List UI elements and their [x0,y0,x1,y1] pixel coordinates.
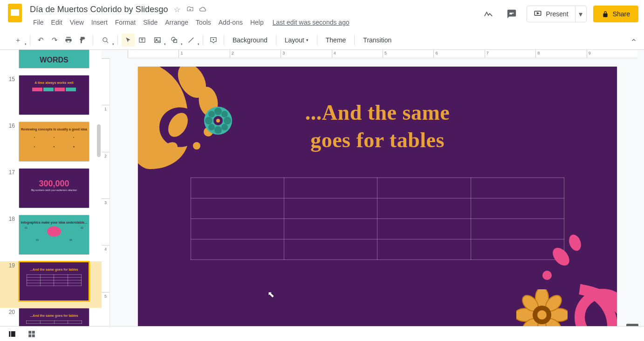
slide-number: 18 [4,215,15,222]
decoration-flower-teal [203,106,233,136]
activity-icon[interactable] [480,6,497,22]
slide-table[interactable] [191,177,564,260]
last-edit-link[interactable]: Last edit was seconds ago [273,19,349,26]
filmstrip-view-icon[interactable] [7,329,17,339]
svg-point-18 [205,117,212,124]
menu-insert[interactable]: Insert [88,17,111,28]
svg-point-28 [567,233,583,252]
shape-tool[interactable]: ▾ [166,34,182,47]
current-slide[interactable]: ...And the same goes for tables [138,67,617,336]
slide-number: 16 [4,122,15,129]
document-title[interactable]: Día de Muertos Colorido by Slidesgo [30,5,168,14]
star-icon[interactable]: ☆ [173,5,181,14]
svg-point-29 [542,271,552,280]
slide-thumbnail[interactable]: Infographics make your idea understable.… [19,215,89,255]
svg-rect-44 [28,334,31,337]
line-tool[interactable]: ▾ [183,34,199,47]
comment-insert-button[interactable] [207,34,220,47]
menu-tools[interactable]: Tools [192,17,214,28]
menu-file[interactable]: File [30,17,47,28]
present-dropdown[interactable]: ▾ [575,6,586,22]
present-button[interactable]: Present ▾ [527,6,586,22]
paint-format-button[interactable] [76,34,89,47]
new-slide-button[interactable]: ＋▾ [9,34,26,47]
slide-thumbnail[interactable]: 300,000 Big numbers catch your audience'… [19,168,89,208]
slide-thumbnail[interactable]: ...And the same goes for tables [19,261,89,301]
slides-app-icon[interactable] [6,4,24,22]
svg-point-21 [221,111,228,117]
background-button[interactable]: Background [228,34,272,47]
comment-icon[interactable] [503,6,520,22]
svg-rect-40 [9,331,10,337]
menu-format[interactable]: Format [112,17,139,28]
toolbar: ＋▾ ↶ ↷ ▾ ▾ ▾ ▾ Background Layout ▾ Theme… [0,31,644,49]
status-bar [0,326,644,341]
present-icon [534,10,542,18]
vertical-ruler: 12345 [102,58,110,339]
cloud-status-icon[interactable] [199,5,207,14]
undo-button[interactable]: ↶ [34,34,47,47]
layout-button[interactable]: Layout ▾ [280,34,313,47]
svg-point-9 [172,67,212,103]
svg-rect-5 [155,38,160,43]
svg-rect-41 [11,331,15,337]
menu-help[interactable]: Help [247,17,267,28]
lock-icon [602,10,609,18]
slide-thumbnail[interactable]: WORDS [19,50,89,68]
slide-thumbnail[interactable]: Reviewing concepts is usually a good ide… [19,122,89,162]
share-label: Share [613,10,630,18]
svg-point-23 [221,124,228,130]
theme-button[interactable]: Theme [321,34,351,47]
menu-slide[interactable]: Slide [140,17,161,28]
menu-edit[interactable]: Edit [48,17,66,28]
present-label: Present [546,10,568,18]
slide-thumbnail[interactable]: A time always works well [19,75,89,115]
slide-canvas[interactable]: 123456789 12345 [102,50,644,339]
svg-point-19 [224,117,231,124]
transition-button[interactable]: Transition [358,34,396,47]
title-bar: Día de Muertos Colorido by Slidesgo ☆ Fi… [0,0,644,29]
svg-point-16 [214,108,222,115]
svg-rect-1 [11,9,19,16]
svg-rect-45 [32,334,35,337]
slide-number: 17 [4,168,15,176]
slide-number: 15 [4,75,15,82]
redo-button[interactable]: ↷ [48,34,61,47]
mouse-cursor-icon: ⬉ [267,289,274,300]
menu-addons[interactable]: Add-ons [215,17,246,28]
menu-bar: File Edit View Insert Format Slide Arran… [30,16,474,29]
grid-view-icon[interactable] [27,329,36,339]
horizontal-ruler: 123456789 [128,50,637,58]
image-tool[interactable]: ▾ [150,34,165,47]
svg-point-22 [208,124,215,130]
svg-rect-43 [32,331,35,334]
svg-point-20 [208,111,215,117]
svg-rect-42 [28,331,31,334]
menu-view[interactable]: View [67,17,87,28]
select-tool[interactable] [122,34,135,47]
share-button[interactable]: Share [593,6,638,22]
filmstrip-scrollbar[interactable] [97,124,101,157]
svg-point-3 [103,37,107,41]
svg-point-17 [214,126,222,134]
print-button[interactable] [62,34,75,47]
svg-point-39 [537,310,547,320]
menu-arrange[interactable]: Arrange [162,17,192,28]
slide-number: 20 [4,308,15,315]
svg-point-25 [216,119,220,123]
collapse-toolbar-icon[interactable] [627,34,640,47]
move-icon[interactable] [186,5,194,14]
textbox-tool[interactable] [136,34,149,47]
zoom-button[interactable]: ▾ [97,34,114,47]
slide-number: 19 [4,261,15,269]
slide-filmstrip[interactable]: WORDS 15 A time always works well 16 Rev… [0,50,102,339]
